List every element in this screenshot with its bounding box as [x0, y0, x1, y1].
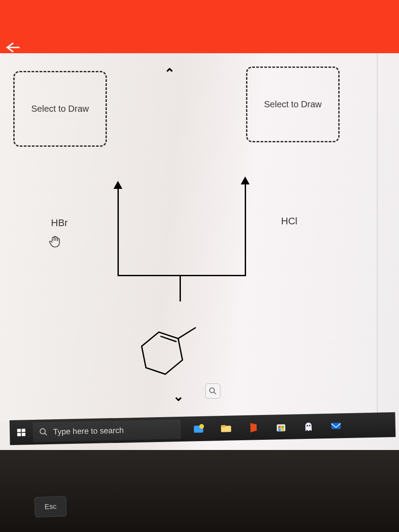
svg-line-4: [214, 392, 216, 395]
svg-rect-7: [17, 433, 21, 436]
laptop-deck: [0, 450, 399, 532]
laptop-screen: ⌃ Select to Draw Select to Draw HBr HCl: [0, 0, 399, 450]
taskbar-search[interactable]: Type here to search: [33, 419, 181, 442]
svg-rect-19: [282, 429, 284, 431]
reaction-arrows: [111, 155, 262, 306]
taskbar-app-news-icon[interactable]: [188, 419, 208, 439]
draw-box-label: Select to Draw: [264, 99, 321, 110]
svg-line-2: [178, 328, 196, 338]
svg-rect-14: [221, 425, 226, 427]
search-placeholder: Type here to search: [53, 426, 124, 436]
magnify-button[interactable]: [205, 383, 220, 399]
svg-point-3: [210, 388, 215, 393]
draw-product-box-right[interactable]: Select to Draw: [246, 66, 340, 142]
reagent-label-hbr: HBr: [51, 217, 68, 229]
draw-product-box-left[interactable]: Select to Draw: [13, 71, 107, 147]
esc-key-label: Esc: [44, 503, 56, 511]
keyboard-esc-key: Esc: [34, 496, 67, 517]
reagent-label-hcl: HCl: [281, 215, 297, 227]
svg-rect-18: [278, 429, 281, 431]
taskbar-app-explorer-icon[interactable]: [216, 418, 236, 438]
chevron-down-icon[interactable]: ⌃: [173, 388, 184, 403]
hand-cursor-icon: [48, 234, 63, 249]
photo-wrap: ⌃ Select to Draw Select to Draw HBr HCl: [0, 0, 399, 532]
taskbar-app-store-icon[interactable]: [271, 417, 291, 437]
svg-line-10: [45, 433, 47, 435]
svg-marker-0: [142, 332, 183, 374]
taskbar-app-mail-icon[interactable]: [326, 416, 346, 436]
chevron-up-icon[interactable]: ⌃: [164, 66, 175, 81]
draw-box-label: Select to Draw: [31, 104, 89, 114]
svg-rect-6: [22, 429, 25, 432]
app-header-bar: [0, 0, 399, 53]
svg-rect-8: [22, 433, 25, 436]
svg-rect-15: [277, 424, 286, 431]
svg-rect-5: [17, 429, 21, 432]
svg-rect-17: [282, 426, 284, 428]
svg-rect-16: [278, 426, 281, 428]
question-canvas: ⌃ Select to Draw Select to Draw HBr HCl: [0, 53, 378, 421]
svg-rect-22: [331, 422, 340, 429]
taskbar-app-office-icon[interactable]: [243, 418, 263, 438]
starting-material-structure: [135, 319, 204, 388]
taskbar-app-ghost-icon[interactable]: [298, 416, 318, 436]
start-button[interactable]: [9, 420, 33, 445]
